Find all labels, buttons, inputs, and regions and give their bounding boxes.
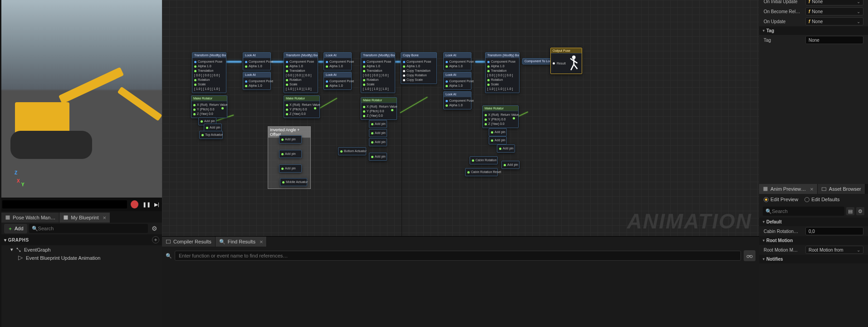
prop-tag: Tag None (759, 35, 868, 45)
category-tag[interactable]: ▾ Tag (759, 26, 868, 35)
close-icon[interactable]: × (260, 238, 263, 245)
node-bottom-actuator[interactable]: Bottom Actuator (338, 147, 366, 155)
chevron-down-icon: ⌄ (857, 9, 860, 14)
dropdown-root-motion-mode[interactable]: Root Motion from ⌄ (805, 246, 863, 254)
tab-compiler-results[interactable]: Compiler Results (162, 237, 216, 247)
graphs-section-header[interactable]: ▾ GRAPHS ＋ (1, 234, 162, 245)
right-lower-tabs: Anim Preview… × Asset Browser (759, 184, 868, 194)
preview-search-input[interactable] (772, 208, 842, 214)
node-add-pin[interactable]: Add pin (369, 153, 387, 161)
dropdown-on-become-relevant[interactable]: f None ⌄ (805, 7, 863, 15)
tree-item-event-update-animation[interactable]: Event Blueprint Update Animation (1, 254, 162, 262)
tab-label: Asset Browser (829, 186, 861, 192)
search-icon: 🔍 (765, 208, 772, 214)
category-root-motion[interactable]: ▾ Root Motion (759, 236, 868, 245)
node-add-pin[interactable]: Add pin (369, 129, 387, 137)
tab-label: Compiler Results (173, 239, 211, 244)
blueprint-search-input[interactable] (38, 226, 145, 231)
node-add-pin[interactable]: Add pin (279, 150, 302, 158)
preview-search[interactable]: 🔍 (763, 207, 844, 216)
node-cabin-rotation[interactable]: Cabin Rotation (470, 156, 498, 164)
close-icon[interactable]: × (103, 214, 107, 221)
function-icon: f (809, 9, 810, 14)
dropdown-on-update[interactable]: f None ⌄ (805, 17, 863, 25)
node-transform-bone[interactable]: Transform (Modify) Bone Component Pose A… (485, 52, 520, 93)
category-default[interactable]: ▾ Default (759, 218, 868, 226)
tab-my-blueprint[interactable]: My Blueprint × (59, 213, 110, 223)
add-button[interactable]: ＋ Add (4, 224, 27, 233)
chevron-down-icon: ⌄ (857, 248, 860, 253)
find-in-all-button[interactable] (744, 250, 755, 261)
pause-button[interactable]: ❚❚ (142, 200, 151, 209)
tab-anim-preview-editor[interactable]: Anim Preview… × (759, 184, 818, 194)
collapse-icon: ▾ (763, 238, 765, 243)
node-look-at[interactable]: Look At Component Pose Alpha 1.0 (243, 72, 271, 90)
search-icon: 🔍 (32, 226, 38, 232)
node-add-pin[interactable]: Add pin (279, 164, 302, 173)
node-add-pin[interactable]: Add pin (501, 161, 520, 169)
node-look-at[interactable]: Look At Component Pose Alpha 1.0 (443, 52, 471, 70)
my-blueprint-panel: ＋ Add 🔍 ⚙ ▾ GRAPHS ＋ ▾ EventGraph Event … (1, 223, 162, 327)
cabin-rotation-input[interactable]: 0,0 (805, 227, 863, 235)
add-graph-button[interactable]: ＋ (152, 236, 159, 243)
category-notifies[interactable]: ▾ Notifies (759, 255, 868, 263)
radio-edit-preview[interactable]: Edit Preview (764, 197, 798, 202)
tab-find-results[interactable]: 🔍 Find Results × (216, 237, 267, 247)
node-look-at[interactable]: Look At Component Pose Alpha 1.0 (443, 91, 471, 109)
node-cabin-rotation-reset[interactable]: Cabin Rotation Reset (465, 168, 498, 176)
collapse-icon: ▾ (763, 220, 765, 224)
node-look-at[interactable]: Look At Component Pose Alpha 1.0 (324, 72, 352, 90)
record-button[interactable] (131, 200, 138, 208)
node-add-pin[interactable]: Add pin (489, 136, 507, 144)
node-make-rotator[interactable]: Make Rotator X (Roll) Return Value Y (Pi… (191, 95, 227, 118)
node-make-rotator[interactable]: Make Rotator X (Roll) Return Value Y (Pi… (482, 105, 519, 128)
viewport-3d[interactable]: Z X Y (1, 0, 162, 198)
tree-item-eventgraph[interactable]: ▾ EventGraph (1, 245, 162, 254)
node-add-pin[interactable]: Add pin (279, 135, 302, 144)
node-top-actuator[interactable]: Top Actuator (199, 131, 223, 139)
svg-line-9 (571, 64, 574, 70)
step-button[interactable]: ▶| (152, 200, 161, 209)
tab-label: Find Results (228, 239, 255, 244)
node-look-at[interactable]: Look At Component Pose Alpha 1.0 (324, 52, 352, 70)
svg-rect-1 (64, 216, 68, 220)
tag-value[interactable]: None (805, 36, 863, 44)
node-transform-bone[interactable]: Transform (Modify) Bone Component Pose A… (361, 52, 395, 93)
graph-icon (16, 247, 21, 253)
timeline-track[interactable] (2, 200, 127, 208)
node-output-pose[interactable]: Output Pose Result (550, 48, 582, 74)
graph-watermark: ANIMATION (627, 209, 752, 233)
tab-asset-browser[interactable]: Asset Browser (818, 184, 865, 194)
node-component-to-local[interactable]: Component To Local (522, 58, 551, 64)
node-add-pin[interactable]: Add pin (369, 120, 387, 128)
close-icon[interactable]: × (810, 186, 814, 193)
node-copy-bone[interactable]: Copy Bone Component Pose Alpha 1.0 Copy … (401, 52, 437, 84)
svg-rect-16 (822, 188, 826, 191)
node-transform-bone[interactable]: Transform (Modify) Bone Component Pose A… (192, 52, 226, 93)
node-look-at[interactable]: Look At Component Pose Alpha 1.0 (443, 72, 471, 90)
node-make-rotator[interactable]: Make Rotator X (Roll) Return Value Y (Pi… (284, 95, 320, 118)
node-transform-bone[interactable]: Transform (Modify) Bone Component Pose A… (284, 52, 318, 93)
plus-icon: ＋ (8, 225, 13, 232)
list-view-button[interactable]: ▤ (846, 207, 854, 215)
anim-graph-canvas[interactable]: Transform (Modify) Bone Component Pose A… (162, 0, 759, 236)
collapse-icon: ▾ (4, 238, 7, 243)
radio-edit-defaults[interactable]: Edit Defaults (804, 197, 839, 202)
node-middle-actuator[interactable]: Middle Actuator (280, 178, 307, 186)
blueprint-search[interactable]: 🔍 (29, 224, 148, 233)
node-make-rotator[interactable]: Make Rotator X (Roll) Return Value Y (Pi… (361, 97, 397, 120)
chevron-down-icon: ⌄ (857, 0, 860, 4)
node-add-pin[interactable]: Add pin (497, 144, 515, 153)
node-look-at[interactable]: Look At Component Pose Alpha 1.0 (243, 52, 271, 70)
node-add-pin[interactable]: Add pin (489, 128, 507, 136)
dropdown-on-initial-update[interactable]: f None ⌄ (805, 0, 863, 5)
pose-watch-icon (5, 215, 10, 220)
tab-pose-watch-manager[interactable]: Pose Watch Man… (1, 213, 59, 223)
find-input[interactable] (175, 251, 741, 261)
compiler-icon (166, 239, 171, 244)
settings-button[interactable]: ⚙ (856, 207, 864, 215)
node-add-pin[interactable]: Add pin (369, 138, 387, 146)
svg-line-4 (17, 248, 20, 251)
settings-gear-icon[interactable]: ⚙ (150, 225, 159, 232)
svg-line-10 (574, 64, 577, 69)
